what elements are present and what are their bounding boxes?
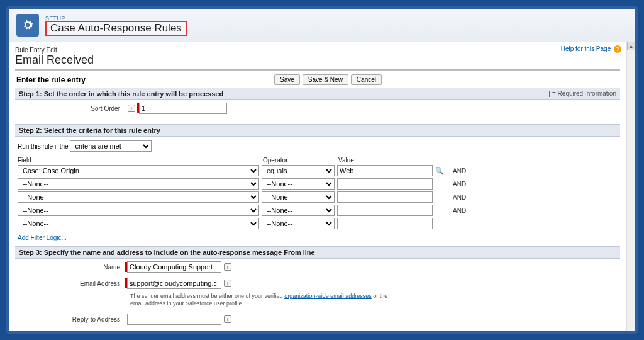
run-rule-row: Run this rule if the criteria are met xyxy=(15,137,620,156)
info-icon[interactable]: i xyxy=(224,280,231,287)
operator-select[interactable]: --None-- xyxy=(262,191,335,203)
field-select[interactable]: --None-- xyxy=(18,191,259,203)
run-rule-prefix: Run this rule if the xyxy=(18,143,69,150)
col-operator: Operator xyxy=(263,157,338,164)
replyto-input[interactable] xyxy=(127,314,221,325)
criteria-row: --None----None-- xyxy=(18,218,618,229)
value-input[interactable] xyxy=(337,165,433,176)
save-new-button[interactable]: Save & New xyxy=(303,74,348,85)
setup-header: SETUP Case Auto-Response Rules xyxy=(9,9,635,42)
operator-select[interactable]: --None-- xyxy=(262,178,335,190)
value-input[interactable] xyxy=(337,205,433,216)
section-title: Enter the rule entry xyxy=(16,76,86,84)
criteria-row: --None----None--AND xyxy=(18,191,618,203)
and-text: AND xyxy=(453,167,466,174)
criteria-table: Field Operator Value Case: Case Origineq… xyxy=(18,157,618,229)
step2-header: Step 2: Select the criteria for this rul… xyxy=(15,124,620,137)
page-title: Case Auto-Response Rules xyxy=(45,21,187,36)
col-value: Value xyxy=(338,157,439,164)
criteria-head: Field Operator Value xyxy=(18,157,618,164)
sort-order-label: Sort Order xyxy=(15,105,125,112)
name-label: Name xyxy=(15,264,125,271)
header-text: SETUP Case Auto-Response Rules xyxy=(45,15,187,36)
and-text: AND xyxy=(453,207,466,214)
email-label: Email Address xyxy=(15,280,125,287)
replyto-row: Reply-to Address i xyxy=(15,311,620,327)
value-input[interactable] xyxy=(337,191,433,203)
step1-header: Step 1: Set the order in which this rule… xyxy=(15,88,620,100)
info-icon[interactable]: i xyxy=(224,315,231,323)
field-select[interactable]: --None-- xyxy=(18,178,259,190)
criteria-row: --None----None--AND xyxy=(18,205,618,216)
help-link[interactable]: Help for this Page xyxy=(561,45,611,52)
info-icon[interactable]: i xyxy=(128,105,135,112)
name-row: Name i xyxy=(15,259,620,275)
and-text: AND xyxy=(453,194,466,201)
section-row: Enter the rule entry Save Save & New Can… xyxy=(15,72,620,88)
email-helper: The sender email address must be either … xyxy=(130,292,394,311)
sort-order-row: Sort Order i xyxy=(15,100,620,116)
scroll-content: Help for this Page ? Rule Entry Edit Ema… xyxy=(9,42,626,331)
page-heading: Email Received xyxy=(15,54,620,67)
scroll-up-arrow[interactable]: ▲ xyxy=(627,42,635,50)
field-select[interactable]: --None-- xyxy=(18,218,259,229)
step3-header: Step 3: Specify the name and address to … xyxy=(15,246,620,259)
save-button[interactable]: Save xyxy=(274,74,300,85)
value-input[interactable] xyxy=(337,178,433,190)
name-input[interactable] xyxy=(127,261,221,273)
operator-select[interactable]: equals xyxy=(262,165,335,176)
divider xyxy=(15,69,620,71)
operator-select[interactable]: --None-- xyxy=(262,205,335,216)
button-group: Save Save & New Cancel xyxy=(274,74,382,85)
step1-title: Step 1: Set the order in which this rule… xyxy=(19,90,223,98)
sort-order-input[interactable] xyxy=(139,103,227,114)
criteria-row: --None----None--AND xyxy=(18,178,618,190)
field-select[interactable]: --None-- xyxy=(18,205,259,216)
operator-select[interactable]: --None-- xyxy=(262,218,335,229)
criteria-row: Case: Case Originequals🔍AND xyxy=(18,165,618,176)
content-area: Help for this Page ? Rule Entry Edit Ema… xyxy=(9,42,635,331)
step3-title: Step 3: Specify the name and address to … xyxy=(19,249,315,256)
help-icon[interactable]: ? xyxy=(614,45,621,53)
field-select[interactable]: Case: Case Origin xyxy=(18,165,259,176)
value-input[interactable] xyxy=(337,218,433,229)
email-row: Email Address i xyxy=(15,275,620,292)
help-link-wrap: Help for this Page ? xyxy=(561,45,621,53)
lookup-icon[interactable]: 🔍 xyxy=(435,166,444,175)
run-rule-select[interactable]: criteria are met xyxy=(70,140,152,152)
replyto-label: Reply-to Address xyxy=(15,316,125,323)
rule-entry-edit-label: Rule Entry Edit xyxy=(15,47,620,54)
vertical-scrollbar[interactable]: ▲ xyxy=(626,42,635,331)
add-filter-wrap: Add Filter Logic... xyxy=(15,231,620,246)
required-note: | = Required Information xyxy=(548,90,616,98)
and-text: AND xyxy=(453,181,466,188)
add-filter-logic-link[interactable]: Add Filter Logic... xyxy=(18,234,67,241)
org-wide-link[interactable]: organization-wide email addresses xyxy=(284,293,372,299)
gear-icon xyxy=(16,14,39,37)
email-input[interactable] xyxy=(127,278,221,289)
cancel-button[interactable]: Cancel xyxy=(351,74,382,85)
app-frame: SETUP Case Auto-Response Rules Help for … xyxy=(6,6,638,334)
info-icon[interactable]: i xyxy=(224,263,231,271)
col-field: Field xyxy=(18,157,263,164)
step2-title: Step 2: Select the criteria for this rul… xyxy=(19,127,160,134)
